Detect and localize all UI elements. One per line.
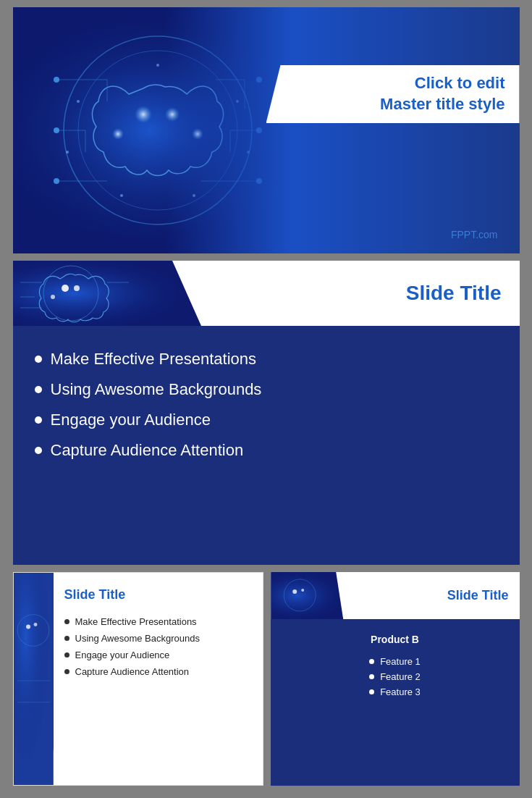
slide3: Slide Title Make Effective Presentations…	[13, 572, 263, 786]
slide4-header-image	[271, 572, 358, 619]
slide2: Slide Title Make Effective Presentations…	[13, 261, 520, 565]
slide4-product-title: Product B	[285, 634, 505, 645]
slide2-header-image	[13, 261, 216, 326]
list-item: Feature 1	[369, 654, 421, 669]
list-item: Capture Audience Attention	[35, 435, 498, 466]
bullet-icon	[64, 652, 69, 658]
slide1-title: Click to edit Master title style	[380, 73, 504, 114]
bullet-icon	[64, 619, 69, 624]
bottom-row: Slide Title Make Effective Presentations…	[13, 572, 520, 786]
slide3-accent-bar	[14, 573, 54, 785]
slide1: Click to edit Master title style FPPT.co…	[13, 7, 520, 253]
svg-point-52	[292, 589, 297, 594]
list-item: Using Awesome Backgrounds	[35, 374, 498, 405]
list-item: Engage your Audience	[64, 647, 252, 663]
svg-point-36	[51, 295, 55, 299]
slide2-bullet-list: Make Effective Presentations Using Aweso…	[35, 344, 498, 466]
slide4-title: Slide Title	[358, 588, 520, 603]
bullet-icon	[64, 669, 69, 674]
list-item: Using Awesome Backgrounds	[64, 630, 252, 647]
svg-rect-43	[14, 573, 54, 785]
bullet-icon	[35, 356, 42, 363]
slide1-website: FPPT.com	[451, 229, 498, 240]
slide4-header: Slide Title	[271, 572, 520, 619]
slide4-body: Product B Feature 1 Feature 2 Feature 3	[271, 619, 520, 714]
bullet-icon	[369, 659, 374, 664]
list-item: Feature 3	[369, 684, 421, 700]
slide1-title-ribbon[interactable]: Click to edit Master title style	[266, 65, 520, 123]
bullet-icon	[369, 689, 374, 694]
slide2-body: Make Effective Presentations Using Aweso…	[13, 326, 520, 484]
bullet-icon	[35, 447, 42, 454]
slide2-header: Slide Title	[13, 261, 520, 326]
svg-point-34	[62, 285, 69, 292]
bullet-icon	[35, 386, 42, 393]
bullet-icon	[35, 416, 42, 424]
list-item: Feature 2	[369, 669, 421, 684]
list-item: Make Effective Presentations	[35, 344, 498, 374]
slide4-features: Feature 1 Feature 2 Feature 3	[285, 654, 505, 700]
bullet-icon	[64, 636, 69, 641]
slide3-body: Make Effective Presentations Using Aweso…	[64, 613, 252, 680]
slide4: Slide Title Product B Feature 1 Feature …	[271, 572, 520, 786]
svg-point-53	[301, 589, 304, 592]
list-item: Capture Audience Attention	[64, 663, 252, 680]
svg-point-46	[33, 623, 37, 626]
slide2-title: Slide Title	[216, 282, 520, 305]
list-item: Engage your Audience	[35, 405, 498, 435]
slide3-title: Slide Title	[64, 587, 252, 602]
bullet-icon	[369, 674, 374, 679]
list-item: Make Effective Presentations	[64, 613, 252, 630]
svg-point-35	[74, 285, 80, 291]
svg-point-45	[26, 625, 30, 629]
